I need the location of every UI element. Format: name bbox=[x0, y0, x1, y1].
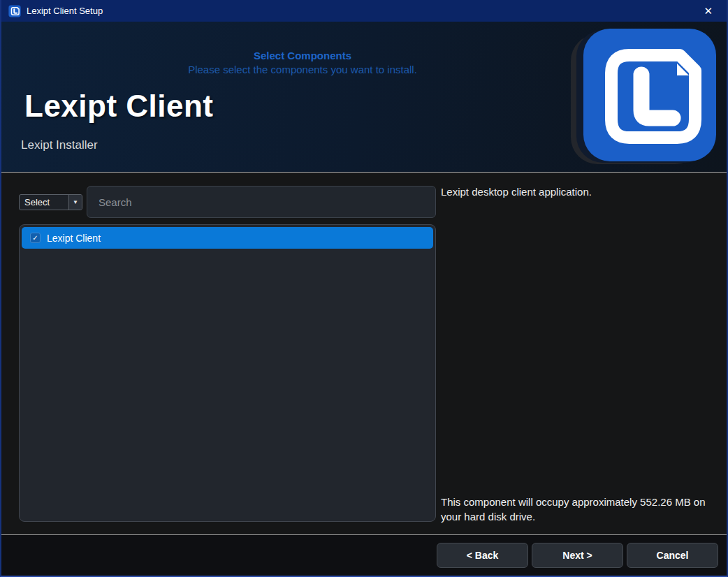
wizard-header: Select Components Please select the comp… bbox=[1, 22, 727, 173]
select-dropdown-label: Select bbox=[20, 197, 68, 207]
close-icon[interactable]: ✕ bbox=[697, 3, 720, 19]
product-subtitle: Lexipt Installer bbox=[21, 138, 98, 152]
component-row-label: Lexipt Client bbox=[47, 233, 101, 244]
component-info-pane: Lexipt desktop client application. This … bbox=[436, 173, 727, 534]
window-title: Lexipt Client Setup bbox=[27, 6, 103, 16]
cancel-button[interactable]: Cancel bbox=[627, 543, 718, 568]
content-area: Select ▼ ✓ Lexipt Client Lexipt desktop … bbox=[1, 173, 727, 534]
product-logo bbox=[571, 27, 718, 166]
component-list[interactable]: ✓ Lexipt Client bbox=[19, 224, 436, 522]
component-description: Lexipt desktop client application. bbox=[441, 186, 717, 198]
step-subtitle: Please select the components you want to… bbox=[1, 64, 604, 75]
search-input[interactable] bbox=[87, 186, 436, 218]
checkbox-checked-icon[interactable]: ✓ bbox=[30, 233, 41, 243]
step-title: Select Components bbox=[1, 50, 604, 61]
component-row-lexipt-client[interactable]: ✓ Lexipt Client bbox=[22, 227, 433, 249]
selection-controls: Select ▼ bbox=[19, 186, 436, 218]
disk-size-note: This component will occupy approximately… bbox=[441, 495, 717, 525]
component-selection-pane: Select ▼ ✓ Lexipt Client bbox=[1, 173, 436, 534]
product-title: Lexipt Client bbox=[24, 89, 214, 124]
titlebar: Lexipt Client Setup ✕ bbox=[1, 0, 727, 22]
back-button[interactable]: < Back bbox=[437, 543, 528, 568]
next-button[interactable]: Next > bbox=[532, 543, 623, 568]
select-dropdown[interactable]: Select ▼ bbox=[19, 194, 82, 210]
installer-window: Lexipt Client Setup ✕ Select Components … bbox=[0, 0, 728, 577]
app-logo-icon bbox=[8, 5, 21, 17]
step-captions: Select Components Please select the comp… bbox=[1, 50, 604, 75]
wizard-footer: < Back Next > Cancel bbox=[1, 534, 727, 576]
chevron-down-icon: ▼ bbox=[68, 195, 82, 210]
